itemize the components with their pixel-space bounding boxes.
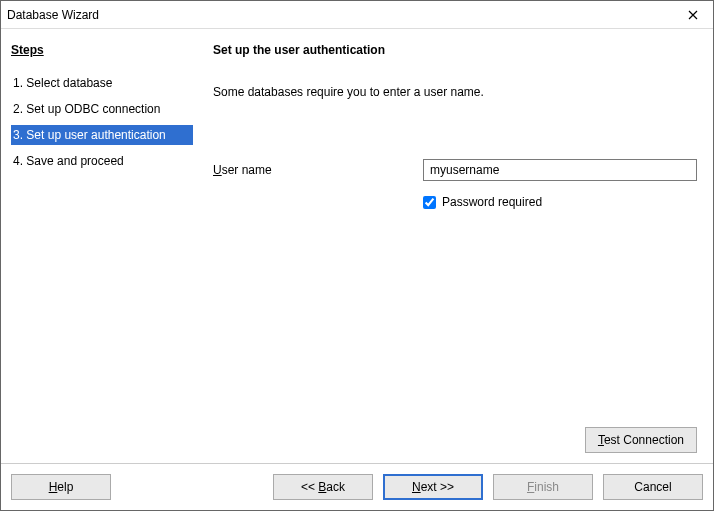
password-required-label: Password required [442, 195, 542, 209]
next-button[interactable]: Next >> [383, 474, 483, 500]
step-num: 2. [13, 102, 23, 116]
test-connection-row: Test Connection [213, 427, 697, 463]
finish-button: Finish [493, 474, 593, 500]
titlebar: Database Wizard [1, 1, 713, 29]
step-label: Select database [26, 76, 112, 90]
step-num: 4. [13, 154, 23, 168]
wizard-window: Database Wizard Steps 1. Select database… [0, 0, 714, 511]
step-3: 3. Set up user authentication [11, 125, 193, 145]
username-input[interactable] [423, 159, 697, 181]
footer: Help << Back Next >> Finish Cancel [1, 463, 713, 510]
wizard-body: Steps 1. Select database 2. Set up ODBC … [1, 29, 713, 463]
username-row: User name [213, 159, 697, 181]
password-required-checkbox[interactable] [423, 196, 436, 209]
steps-sidebar: Steps 1. Select database 2. Set up ODBC … [11, 43, 201, 463]
back-button[interactable]: << Back [273, 474, 373, 500]
step-num: 1. [13, 76, 23, 90]
main-panel: Set up the user authentication Some data… [201, 43, 703, 463]
step-label: Set up user authentication [26, 128, 165, 142]
window-title: Database Wizard [7, 8, 673, 22]
step-label: Save and proceed [26, 154, 123, 168]
cancel-button[interactable]: Cancel [603, 474, 703, 500]
step-1: 1. Select database [11, 73, 193, 93]
close-icon[interactable] [673, 1, 713, 29]
page-description: Some databases require you to enter a us… [213, 85, 697, 99]
password-required-row: Password required [423, 195, 697, 209]
step-4: 4. Save and proceed [11, 151, 193, 171]
help-button[interactable]: Help [11, 474, 111, 500]
step-2: 2. Set up ODBC connection [11, 99, 193, 119]
step-label: Set up ODBC connection [26, 102, 160, 116]
test-connection-button[interactable]: Test Connection [585, 427, 697, 453]
username-label: User name [213, 163, 423, 177]
steps-heading: Steps [11, 43, 193, 57]
page-heading: Set up the user authentication [213, 43, 697, 57]
step-num: 3. [13, 128, 23, 142]
